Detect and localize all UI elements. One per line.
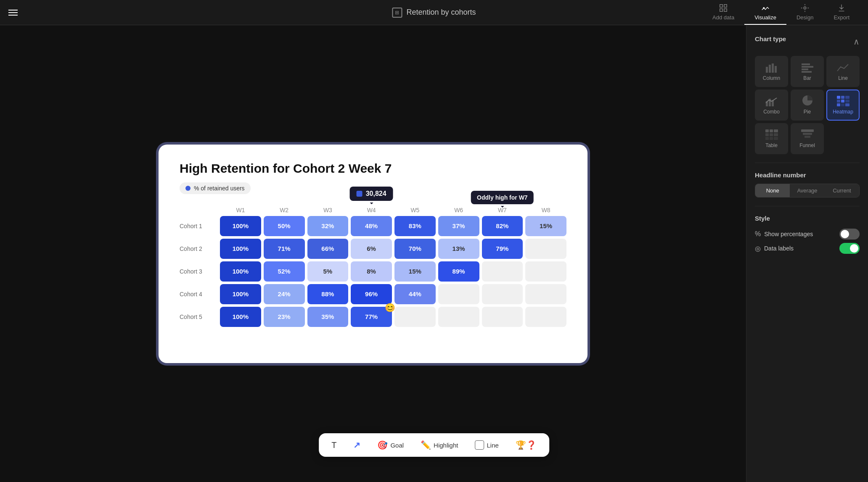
data-labels-label: ◎ Data labels	[755, 245, 794, 253]
svg-rect-6	[766, 67, 768, 73]
cohort-3-w2[interactable]: 52%	[264, 261, 305, 282]
chart-type-heatmap[interactable]: Heatmap	[826, 90, 860, 121]
week-header-w1: W1	[220, 207, 261, 213]
headline-none[interactable]: None	[755, 184, 790, 197]
cohort-1-w3[interactable]: 32%	[307, 216, 349, 236]
hamburger-menu[interactable]	[8, 10, 18, 16]
cohort-2-w5[interactable]: 70%	[394, 239, 436, 259]
svg-rect-3	[724, 9, 727, 11]
chart-type-funnel[interactable]: Funnel	[791, 123, 824, 154]
cohort-4-w2[interactable]: 24%	[264, 284, 305, 304]
cohort-2-w7[interactable]: 79%	[482, 239, 523, 259]
chart-type-line[interactable]: Line	[826, 56, 860, 87]
cohort-2-w3[interactable]: 66%	[307, 239, 349, 259]
cohort-5-w6[interactable]	[438, 307, 479, 327]
cohort-1-w8[interactable]: 15%	[525, 216, 566, 236]
show-percentages-row: % Show percentages	[755, 227, 860, 241]
toolbar-line[interactable]: Line	[471, 438, 503, 452]
cohort-3-w5[interactable]: 15%	[394, 261, 436, 282]
cohort-1-w4[interactable]: 48% 30,824	[351, 216, 392, 236]
svg-rect-33	[765, 137, 769, 140]
cohort-2-w8[interactable]	[525, 239, 566, 259]
tooltip-color	[357, 191, 363, 197]
cohort-2-w2[interactable]: 71%	[264, 239, 305, 259]
cohort-4-w5[interactable]: 44%	[394, 284, 436, 304]
cohort-1-w7[interactable]: 82% Oddly high for W7	[482, 216, 523, 236]
headline-current[interactable]: Current	[825, 184, 859, 197]
svg-rect-36	[801, 129, 814, 132]
toolbar-emoji[interactable]: 🏆❓	[511, 437, 541, 453]
chart-type-title: Chart type	[755, 35, 786, 42]
cohort-3-w6[interactable]: 89%	[438, 261, 479, 282]
cohort-4-w3[interactable]: 88%	[307, 284, 349, 304]
chart-type-combo[interactable]: Combo	[755, 90, 788, 121]
cohort-5-w3[interactable]: 35%	[307, 307, 349, 327]
svg-rect-10	[802, 63, 810, 65]
toolbar-arrow[interactable]: ↗	[349, 437, 365, 453]
week-header-w7: W7	[482, 207, 523, 213]
chart-type-pie[interactable]: Pie	[791, 90, 824, 121]
toolbar-highlight[interactable]: ✏️ Highlight	[416, 437, 462, 453]
cohort-3-w4[interactable]: 8%	[351, 261, 392, 282]
chart-area: High Retention for Cohort 2 Week 7 % of …	[0, 25, 746, 482]
cohort-5-label: Cohort 5	[180, 313, 217, 320]
cohort-5-w7[interactable]	[482, 307, 523, 327]
tab-visualize[interactable]: Visualize	[744, 0, 786, 25]
funnel-icon	[801, 129, 814, 140]
bar-icon	[801, 62, 814, 73]
chart-icon: ⊞	[392, 8, 402, 18]
chart-type-table[interactable]: Table	[755, 123, 788, 154]
headline-average[interactable]: Average	[790, 184, 824, 197]
svg-rect-9	[775, 66, 777, 73]
cohort-1-w1[interactable]: 100%	[220, 216, 261, 236]
svg-rect-20	[845, 96, 849, 99]
tab-export[interactable]: Export	[823, 0, 860, 25]
svg-rect-26	[845, 103, 849, 106]
highlight-label: Highlight	[434, 442, 458, 449]
cohort-3-w7[interactable]	[482, 261, 523, 282]
week-header-w5: W5	[394, 207, 436, 213]
cohort-4-w6[interactable]	[438, 284, 479, 304]
tooltip-30824: 30,824	[350, 187, 393, 201]
cohort-5-w2[interactable]: 23%	[264, 307, 305, 327]
arrow-icon: ↗	[353, 440, 360, 450]
label-icon: ◎	[755, 245, 761, 253]
percent-icon: %	[755, 230, 761, 238]
cohort-1-w6[interactable]: 37%	[438, 216, 479, 236]
heatmap-grid: W1 W2 W3 W4 W5 W6 W7 W8 Cohort 1 100% 50…	[180, 207, 566, 327]
cohort-5-w4[interactable]: 77% 😊	[351, 307, 392, 327]
cohort-3-w3[interactable]: 5%	[307, 261, 349, 282]
cohort-4-w7[interactable]	[482, 284, 523, 304]
cohort-5-w1[interactable]: 100%	[220, 307, 261, 327]
cohort-3-w8[interactable]	[525, 261, 566, 282]
cohort-2-w4[interactable]: 6%	[351, 239, 392, 259]
toolbar-goal[interactable]: 🎯 Goal	[373, 437, 408, 453]
tab-design[interactable]: Design	[786, 0, 823, 25]
collapse-icon[interactable]: ∧	[853, 37, 860, 47]
cohort-2-w1[interactable]: 100%	[220, 239, 261, 259]
cohort-5-w8[interactable]	[525, 307, 566, 327]
style-section: Style % Show percentages ◎ Data labels	[755, 215, 860, 255]
cohort-5-w5[interactable]	[394, 307, 436, 327]
headline-title: Headline number	[755, 171, 860, 179]
show-percentages-toggle[interactable]	[839, 229, 860, 240]
cohort-4-w8[interactable]	[525, 284, 566, 304]
svg-rect-23	[845, 100, 849, 103]
right-sidebar: Chart type ∧ Column Bar	[746, 25, 868, 482]
chart-title: High Retention for Cohort 2 Week 7	[180, 161, 566, 176]
cohort-4-w4[interactable]: 96%	[351, 284, 392, 304]
toolbar-text[interactable]: T	[327, 438, 341, 453]
chart-type-column[interactable]: Column	[755, 56, 788, 87]
data-labels-toggle[interactable]	[839, 243, 860, 254]
cohort-1-w5[interactable]: 83%	[394, 216, 436, 236]
cohort-2-w6[interactable]: 13%	[438, 239, 479, 259]
cohort-4-w1[interactable]: 100%	[220, 284, 261, 304]
chart-type-bar[interactable]: Bar	[791, 56, 824, 87]
emoji-smiley: 😊	[385, 303, 395, 313]
tab-add-data[interactable]: Add data	[702, 0, 744, 25]
combo-icon	[765, 95, 778, 106]
divider-2	[755, 206, 860, 206]
svg-rect-27	[765, 129, 769, 132]
cohort-1-w2[interactable]: 50%	[264, 216, 305, 236]
cohort-3-w1[interactable]: 100%	[220, 261, 261, 282]
